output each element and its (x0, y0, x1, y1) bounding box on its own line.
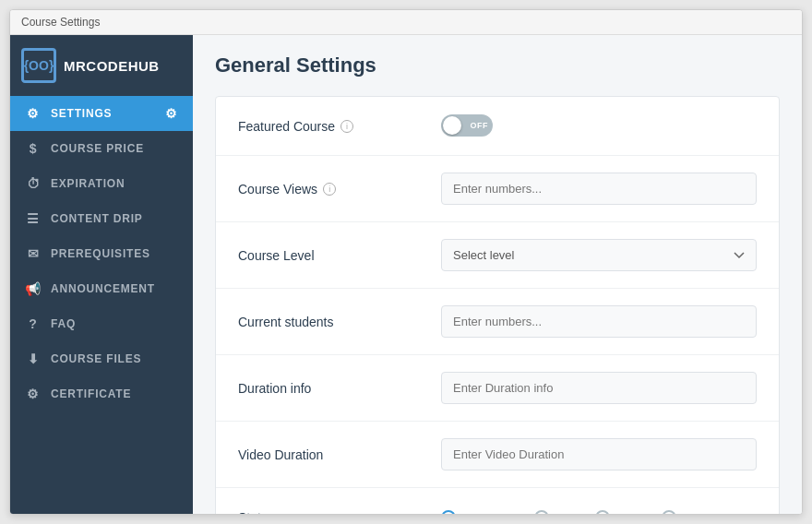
course-views-row: Course Views i (216, 156, 779, 222)
status-row: Status No status (216, 488, 779, 514)
radio-circle-no-status (441, 510, 456, 514)
sidebar-item-expiration[interactable]: ⏱ EXPIRATION (10, 166, 193, 201)
sidebar-label-content-drip: CONTENT DRIP (51, 212, 143, 225)
sidebar-item-course-files[interactable]: ⬇ COURSE FILES (10, 341, 193, 376)
sidebar-item-faq[interactable]: ? FAQ (10, 306, 193, 341)
content-inner: General Settings Featured Course i OFF (193, 35, 802, 514)
status-no-status[interactable]: No status (441, 510, 512, 514)
sidebar-label-certificate: CERTIFICATE (51, 387, 131, 400)
status-hot[interactable]: Hot (534, 510, 573, 514)
sidebar-label-course-files: COURSE FILES (51, 352, 141, 365)
duration-info-row: Duration info (216, 355, 779, 422)
featured-course-control: OFF (441, 114, 757, 138)
current-students-input[interactable] (441, 305, 757, 338)
radio-label-new: New (615, 511, 639, 515)
sidebar-label-settings: SETTINGS (51, 107, 112, 120)
current-students-label: Current students (238, 315, 441, 329)
toggle-label: OFF (471, 121, 489, 130)
logo-icon: {OO} (21, 48, 56, 83)
course-level-control: Select level Beginner Intermediate Advan… (441, 239, 757, 271)
sidebar-label-prerequisites: PREREQUISITES (51, 247, 150, 260)
current-students-control (441, 305, 757, 338)
mail-icon: ✉ (25, 246, 42, 261)
download-icon: ⬇ (25, 351, 42, 366)
megaphone-icon: 📢 (25, 281, 42, 296)
logo-area: {OO} MRCODEHUB (10, 35, 193, 96)
video-duration-row: Video Duration (216, 422, 779, 488)
current-students-row: Current students (216, 289, 779, 355)
radio-label-special: Special (682, 511, 722, 515)
status-control: No status Hot New (441, 510, 757, 514)
list-icon: ☰ (25, 211, 42, 226)
featured-course-label: Featured Course i (238, 119, 441, 134)
radio-label-no-status: No status (461, 511, 512, 515)
sidebar-item-announcement[interactable]: 📢 ANNOUNCEMENT (10, 271, 193, 306)
sidebar: {OO} MRCODEHUB ⚙ SETTINGS ⚙ $ (10, 35, 193, 514)
video-duration-control (441, 438, 757, 470)
sidebar-item-settings[interactable]: ⚙ SETTINGS ⚙ (10, 96, 193, 131)
status-new[interactable]: New (595, 510, 639, 514)
certificate-icon: ⚙ (25, 387, 42, 401)
status-special[interactable]: Special (662, 510, 722, 514)
featured-course-info-icon[interactable]: i (340, 120, 353, 133)
radio-circle-special (662, 510, 676, 514)
duration-info-control (441, 372, 757, 404)
featured-course-row: Featured Course i OFF (216, 97, 779, 156)
page-title: General Settings (215, 54, 780, 77)
main-layout: {OO} MRCODEHUB ⚙ SETTINGS ⚙ $ (10, 35, 802, 514)
sidebar-label-course-price: COURSE PRICE (51, 142, 144, 155)
sidebar-item-prerequisites[interactable]: ✉ PREREQUISITES (10, 236, 193, 271)
nav-items: ⚙ SETTINGS ⚙ $ COURSE PRICE ⏱ (10, 96, 193, 514)
sidebar-label-faq: FAQ (51, 317, 76, 330)
sidebar-item-course-price[interactable]: $ COURSE PRICE (10, 131, 193, 166)
radio-label-hot: Hot (555, 511, 573, 515)
content-area: General Settings Featured Course i OFF (193, 35, 802, 514)
window-frame: Course Settings {OO} MRCODEHUB ⚙ SETTING… (9, 9, 803, 515)
duration-info-label: Duration info (238, 381, 441, 396)
clock-icon: ⏱ (25, 176, 42, 191)
course-views-info-icon[interactable]: i (323, 183, 336, 196)
settings-icon: ⚙ (25, 106, 42, 121)
radio-circle-new (595, 510, 610, 514)
sidebar-item-content-drip[interactable]: ☰ CONTENT DRIP (10, 201, 193, 236)
video-duration-input[interactable] (441, 438, 757, 470)
toggle-knob (443, 116, 461, 135)
course-views-input[interactable] (441, 173, 757, 205)
settings-right-icon: ⚙ (165, 106, 178, 121)
sidebar-label-announcement: ANNOUNCEMENT (51, 282, 155, 295)
course-views-label: Course Views i (238, 182, 441, 196)
window-title: Course Settings (21, 16, 100, 29)
brand-name: MRCODEHUB (64, 58, 160, 74)
featured-course-toggle[interactable]: OFF (441, 114, 493, 137)
video-duration-label: Video Duration (238, 447, 441, 462)
sidebar-item-certificate[interactable]: ⚙ CERTIFICATE (10, 376, 193, 411)
settings-card: Featured Course i OFF C (215, 96, 780, 514)
course-level-label: Course Level (238, 248, 441, 263)
dollar-icon: $ (25, 141, 42, 156)
question-icon: ? (25, 316, 42, 331)
course-level-row: Course Level Select level Beginner Inter… (216, 222, 779, 289)
status-radio-group: No status Hot New (441, 510, 757, 514)
course-level-select[interactable]: Select level Beginner Intermediate Advan… (441, 239, 757, 271)
radio-circle-hot (534, 510, 549, 514)
title-bar: Course Settings (10, 10, 802, 35)
sidebar-label-expiration: EXPIRATION (51, 177, 125, 190)
status-label: Status (238, 510, 441, 514)
duration-info-input[interactable] (441, 372, 757, 404)
course-views-control (441, 173, 757, 205)
